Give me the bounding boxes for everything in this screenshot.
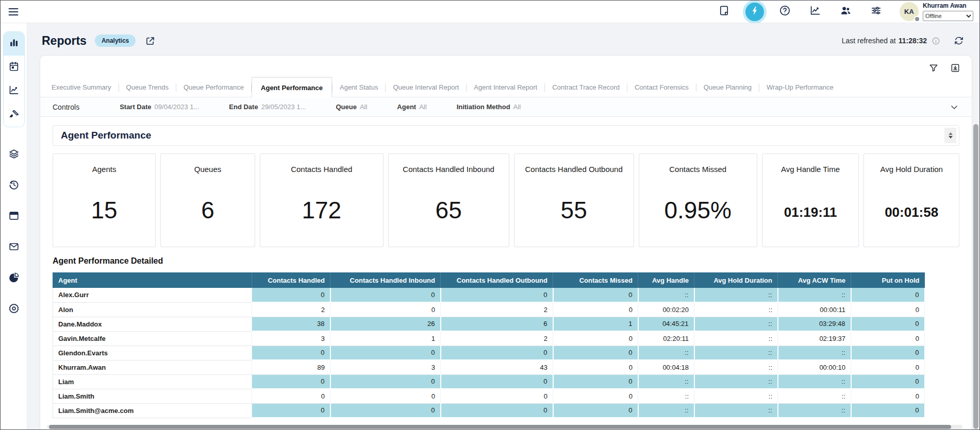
hamburger-menu-button[interactable] [7, 6, 20, 18]
value-cell: 0 [553, 302, 638, 317]
filter-initiation-method[interactable]: Initiation Method All [457, 103, 521, 111]
tab-queue-planning[interactable]: Queue Planning [696, 78, 759, 97]
external-link-icon[interactable] [145, 36, 156, 46]
tab-wrap-up-performance[interactable]: Wrap-Up Performance [759, 78, 841, 97]
filter-value: 09/04/2023 1... [155, 103, 200, 111]
topbar-flows-button[interactable] [739, 3, 770, 21]
column-header[interactable]: Avg ACW Time [778, 272, 851, 288]
sidebar-item-settings[interactable] [4, 294, 24, 325]
sidebar-item-reports[interactable] [4, 32, 24, 56]
agent-status-select[interactable]: Offline [923, 11, 973, 21]
controls-bar[interactable]: Controls Start Date 09/04/2023 1...End D… [40, 97, 972, 117]
value-cell: 0 [553, 360, 638, 374]
value-cell: :: [638, 374, 694, 389]
table-row[interactable]: Glendon.Evarts0000::::::0 [53, 346, 925, 360]
value-cell: :: [778, 346, 851, 360]
table-row[interactable]: Alex.Gurr0000::::::0 [53, 288, 925, 302]
status-dot [914, 16, 920, 22]
sidebar-item-schedule[interactable] [4, 56, 24, 79]
horizontal-scrollbar[interactable] [47, 425, 962, 429]
sidebar-item-designer[interactable] [4, 103, 24, 127]
kpi-card-avg-handle-time: Avg Handle Time 01:19:11 [762, 153, 859, 247]
column-header[interactable]: Avg Hold Duration [694, 272, 778, 288]
column-header[interactable]: Contacts Handled [252, 272, 330, 288]
value-cell: 0 [330, 403, 441, 418]
value-cell: 0 [553, 403, 638, 418]
help-icon [779, 5, 791, 19]
download-icon[interactable] [950, 63, 960, 73]
value-cell: 0 [851, 389, 925, 403]
filter-icon[interactable] [928, 63, 939, 73]
tab-agent-status[interactable]: Agent Status [333, 78, 385, 97]
value-cell: 6 [441, 317, 553, 331]
sidebar-item-modules[interactable] [4, 140, 24, 170]
column-header[interactable]: Put on Hold [851, 272, 925, 288]
table-row[interactable]: Liam.Smith0000::::::0 [53, 389, 925, 403]
value-cell: 0 [330, 374, 441, 389]
tab-executive-summary[interactable]: Executive Summary [44, 78, 119, 97]
kpi-value: 0.95% [665, 196, 732, 224]
agent-name-cell: Liam.Smith@acme.com [53, 403, 252, 418]
kpi-value: 00:01:58 [885, 204, 938, 220]
column-header[interactable]: Agent [53, 272, 252, 288]
value-cell: 0 [252, 374, 330, 389]
value-cell: 0 [330, 346, 441, 360]
analytics-badge: Analytics [95, 35, 136, 47]
agent-name-cell: Alex.Gurr [53, 288, 252, 302]
section-stepper[interactable] [944, 128, 956, 143]
value-cell: 3 [330, 360, 441, 374]
topbar-settings-button[interactable] [861, 5, 891, 19]
tab-agent-performance[interactable]: Agent Performance [252, 77, 332, 98]
controls-label: Controls [53, 103, 79, 111]
report-tabs: Executive SummaryQueue TrendsQueue Perfo… [40, 78, 972, 97]
table-row[interactable]: Alon202000:02:20::00:00:110 [53, 302, 925, 317]
section-header: Agent Performance [53, 125, 959, 146]
table-row[interactable]: Dane.Maddox38266104:45:21::03:29:480 [53, 317, 925, 331]
filter-start-date[interactable]: Start Date 09/04/2023 1... [120, 103, 199, 111]
filter-queue[interactable]: Queue All [336, 103, 367, 111]
tab-agent-interval-report[interactable]: Agent Interval Report [467, 78, 544, 97]
column-header[interactable]: Contacts Handled Inbound [330, 272, 441, 288]
sidebar-item-history[interactable] [4, 170, 24, 201]
value-cell: 0 [553, 346, 638, 360]
chevron-down-icon[interactable] [949, 102, 959, 112]
value-cell: 38 [252, 317, 330, 331]
refresh-button[interactable] [954, 36, 964, 46]
sidebar-item-messages[interactable] [4, 232, 24, 263]
topbar-users-button[interactable] [830, 5, 861, 19]
vertical-scrollbar-thumb[interactable] [973, 124, 978, 429]
table-row[interactable]: Liam0000::::::0 [53, 374, 925, 389]
column-header[interactable]: Contacts Handled Outbound [441, 272, 553, 288]
filter-value: All [513, 103, 521, 111]
vertical-scrollbar[interactable] [973, 55, 979, 429]
table-row[interactable]: Khurram.Awan89343000:04:18::00:00:100 [53, 360, 925, 374]
avatar[interactable]: KA [900, 2, 919, 21]
value-cell: 0 [851, 317, 925, 331]
filter-list: Start Date 09/04/2023 1...End Date 29/05… [120, 103, 521, 111]
topbar-notes-button[interactable] [709, 5, 739, 19]
horizontal-scrollbar-thumb[interactable] [49, 425, 951, 429]
tab-queue-trends[interactable]: Queue Trends [119, 78, 176, 97]
sidebar-item-pages[interactable] [4, 201, 24, 232]
info-icon[interactable] [932, 37, 940, 45]
table-row[interactable]: Liam.Smith@acme.com0000::::::0 [53, 403, 925, 418]
tab-queue-performance[interactable]: Queue Performance [176, 78, 251, 97]
topbar-help-button[interactable] [770, 5, 800, 19]
tab-contract-trace-record[interactable]: Contract Trace Record [545, 78, 627, 97]
table-row[interactable]: Gavin.Metcalfe312002:20:11::02:19:370 [53, 331, 925, 346]
column-header[interactable]: Contacts Missed [553, 272, 638, 288]
value-cell: 0 [252, 346, 330, 360]
topbar-metrics-button[interactable] [800, 5, 830, 19]
filter-agent[interactable]: Agent All [397, 103, 426, 111]
tab-queue-interval-report[interactable]: Queue Interval Report [386, 78, 466, 97]
column-header[interactable]: Avg Handle [638, 272, 694, 288]
tab-contact-forensics[interactable]: Contact Forensics [627, 78, 696, 97]
kpi-label: Contacts Handled Outbound [525, 165, 622, 174]
value-cell: 1 [553, 317, 638, 331]
sidebar-item-analytics[interactable] [4, 79, 24, 103]
filter-end-date[interactable]: End Date 29/05/2023 1... [229, 103, 306, 111]
sidebar-item-insights[interactable] [4, 263, 24, 294]
agent-name-cell: Khurram.Awan [53, 360, 252, 374]
value-cell: 0 [851, 374, 925, 389]
value-cell: :: [638, 403, 694, 418]
